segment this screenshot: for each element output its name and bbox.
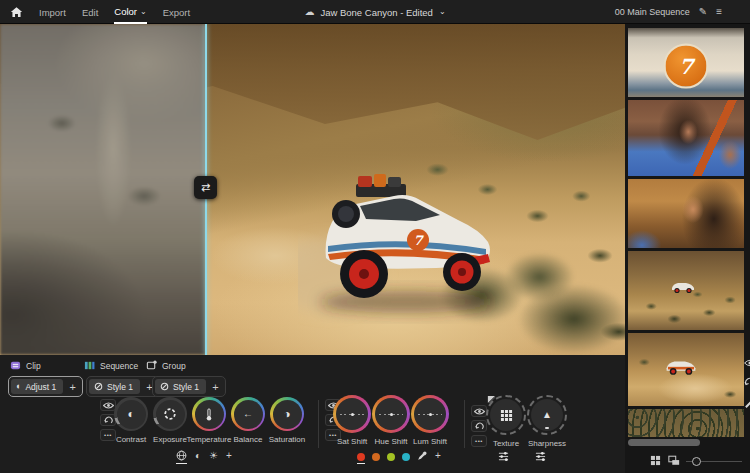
- lum-shift-wheel[interactable]: Lum Shift: [408, 395, 452, 446]
- saturation-icon: ◑: [283, 408, 290, 420]
- filmstrip-view-controls: [628, 453, 750, 469]
- contrast-dial[interactable]: ◐ Contrast: [109, 397, 153, 444]
- wrench-icon[interactable]: [744, 397, 750, 409]
- tab-sequence[interactable]: Sequence: [84, 360, 138, 371]
- thumbnail-zoom-knob[interactable]: [692, 457, 701, 466]
- group-icon: [146, 360, 157, 371]
- thumbnail-woman-closeup[interactable]: [628, 179, 744, 248]
- eyedropper-icon[interactable]: [417, 450, 428, 465]
- project-name: Jaw Bone Canyon - Edited: [320, 7, 432, 18]
- detail-subcontrols: [498, 451, 546, 465]
- undo-icon[interactable]: [744, 377, 750, 388]
- grid-view-icon[interactable]: [650, 455, 661, 466]
- global-adjust-icon[interactable]: [176, 450, 187, 465]
- color-panel: Clip Sequence Group ◐ Adjust 1 + Style 1…: [0, 355, 625, 473]
- swatch-teal[interactable]: [402, 453, 410, 465]
- sequence-controls: 00 Main Sequence ✎ ≡: [615, 0, 722, 24]
- sharpness-icon: ▲: [542, 410, 552, 420]
- sharpness-dial[interactable]: ▲ Sharpness: [525, 395, 569, 448]
- add-range-button[interactable]: +: [226, 451, 232, 465]
- group-divider: [464, 400, 465, 448]
- add-style-button[interactable]: +: [208, 381, 223, 393]
- style-icon: [94, 382, 103, 391]
- filmstrip-scrollbar[interactable]: [628, 439, 700, 446]
- color-swatch-row: +: [357, 450, 441, 464]
- sequence-name: 00 Main Sequence: [615, 7, 690, 17]
- tab-clip[interactable]: Clip: [10, 360, 41, 371]
- style-preset-group-group: Style 1 +: [152, 376, 226, 397]
- arrow-left-icon: ←: [243, 409, 253, 419]
- style-preset-group-sequence: Style 1 +: [86, 376, 160, 397]
- sat-shift-wheel[interactable]: Sat Shift: [330, 395, 374, 446]
- rename-pencil-icon[interactable]: ✎: [699, 7, 707, 17]
- thumbnail-car-dirt-road[interactable]: [628, 333, 744, 406]
- temperature-dial[interactable]: Temperature: [187, 397, 231, 444]
- sharpness-slider-icon[interactable]: [535, 451, 546, 466]
- video-preview: 7 ⇄: [0, 24, 625, 355]
- swatch-red[interactable]: [357, 453, 365, 465]
- brightness-range-icon[interactable]: ☀: [209, 451, 218, 465]
- thumbnail-car-hillside[interactable]: [628, 251, 744, 330]
- swatch-green[interactable]: [387, 453, 395, 465]
- thumbnail-woman-blue-shirt[interactable]: [628, 100, 744, 176]
- panel-edge-rail: [744, 358, 750, 420]
- rally-car-illustration: 7: [298, 160, 508, 335]
- adjust-icon: ◐: [16, 382, 21, 391]
- texture-icon: [500, 409, 513, 422]
- list-view-icon[interactable]: [668, 455, 680, 466]
- swap-arrows-icon: ⇄: [201, 181, 210, 194]
- thumbnail-car-aerial[interactable]: [628, 409, 744, 437]
- clip-icon: [10, 360, 21, 371]
- top-bar: Import Edit Color ⌄ Export ☁ Jaw Bone Ca…: [0, 0, 750, 24]
- thumbnail-car-door-7[interactable]: 7: [628, 28, 744, 97]
- exposure-icon: [163, 407, 177, 421]
- swatch-orange[interactable]: [372, 453, 380, 465]
- basic-subcontrols: ◐ ☀ +: [176, 450, 232, 464]
- mini-car-icon: [664, 359, 698, 376]
- chevron-down-icon: ⌄: [439, 8, 446, 16]
- adjust-1-button[interactable]: ◐ Adjust 1: [11, 379, 63, 394]
- style-1-button[interactable]: Style 1: [155, 379, 206, 394]
- split-view-drag-handle[interactable]: ⇄: [194, 176, 217, 199]
- style-1-button[interactable]: Style 1: [89, 379, 140, 394]
- thermometer-icon: [205, 408, 213, 421]
- group-divider: [318, 400, 319, 448]
- adjust-preset-group: ◐ Adjust 1 +: [8, 376, 83, 397]
- saturation-dial[interactable]: ◑ Saturation: [265, 397, 309, 444]
- style-icon: [160, 382, 169, 391]
- before-grade-region: [0, 24, 206, 355]
- hue-shift-wheel[interactable]: Hue Shift: [369, 395, 413, 446]
- sequence-menu-icon[interactable]: ≡: [716, 7, 722, 17]
- contrast-range-icon[interactable]: ◐: [195, 451, 201, 465]
- sequence-icon: [84, 360, 95, 371]
- app-window: Import Edit Color ⌄ Export ☁ Jaw Bone Ca…: [0, 0, 750, 473]
- add-adjust-button[interactable]: +: [65, 381, 80, 393]
- texture-slider-icon[interactable]: [498, 451, 509, 466]
- contrast-icon: ◐: [127, 408, 134, 420]
- add-color-button[interactable]: +: [435, 451, 441, 465]
- texture-dial[interactable]: Texture: [484, 395, 528, 448]
- number-7-badge: 7: [664, 43, 709, 88]
- eye-icon[interactable]: [744, 359, 750, 367]
- tab-group[interactable]: Group: [146, 360, 186, 371]
- balance-dial[interactable]: ← Balance: [226, 397, 270, 444]
- mini-car-icon: [670, 281, 696, 294]
- cloud-sync-icon: ☁: [304, 7, 314, 17]
- exposure-dial[interactable]: Exposure: [148, 397, 192, 444]
